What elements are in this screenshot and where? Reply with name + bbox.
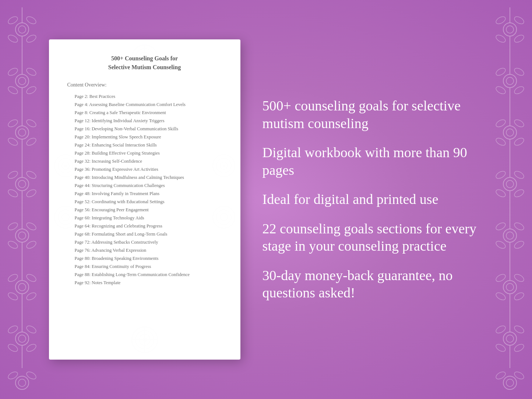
- feature-text-2: Ideal for digital and printed use: [263, 191, 483, 208]
- svg-point-90: [513, 188, 525, 198]
- toc-item: Page 40: Introducing Mindfulness and Cal…: [67, 173, 222, 181]
- watermark-bottom: [108, 325, 182, 356]
- svg-point-141: [220, 213, 228, 221]
- svg-point-96: [513, 221, 525, 232]
- toc-item: Page 76: Advancing Verbal Expression: [67, 246, 222, 254]
- svg-point-116: [503, 376, 517, 389]
- toc-item: Page 48: Involving Family in Treatment P…: [67, 190, 222, 198]
- svg-point-66: [513, 33, 525, 44]
- svg-point-14: [7, 85, 19, 95]
- svg-point-17: [18, 129, 26, 136]
- toc-item: Page 32: Increasing Self-Confidence: [67, 157, 222, 165]
- svg-point-98: [513, 240, 525, 250]
- toc-item: Page 2: Best Practices: [67, 92, 222, 100]
- svg-point-74: [513, 85, 525, 95]
- svg-point-33: [18, 232, 26, 239]
- svg-point-61: [506, 26, 514, 33]
- toc-item: Page 64: Recognizing and Celebrating Pro…: [67, 222, 222, 230]
- svg-point-132: [54, 206, 77, 228]
- svg-point-30: [7, 188, 19, 198]
- svg-point-80: [513, 118, 525, 128]
- svg-point-46: [7, 291, 19, 301]
- watermark-top: [108, 43, 182, 74]
- watermark-left: [51, 144, 80, 255]
- table-of-contents: Page 2: Best PracticesPage 4: Assessing …: [67, 92, 222, 287]
- right-panel: 500+ counseling goals for selective muti…: [263, 97, 483, 302]
- svg-point-131: [64, 165, 67, 167]
- svg-point-106: [513, 291, 525, 301]
- svg-point-69: [506, 77, 514, 85]
- svg-point-12: [7, 67, 19, 77]
- svg-point-140: [216, 210, 231, 225]
- svg-point-64: [513, 15, 525, 25]
- toc-item: Page 20: Implementing Slow Speech Exposu…: [67, 133, 222, 141]
- feature-text-3: 22 counseling goals sections for every s…: [263, 220, 483, 255]
- svg-point-101: [506, 283, 514, 291]
- toc-item: Page 60: Integrating Technology Aids: [67, 214, 222, 222]
- toc-item: Page 52: Coordinating with Educational S…: [67, 198, 222, 206]
- toc-item: Page 88: Establishing Long-Term Communic…: [67, 271, 222, 279]
- content-overview-label: Content Overview:: [67, 82, 222, 88]
- svg-point-65: [495, 15, 507, 25]
- svg-point-28: [7, 170, 19, 180]
- toc-item: Page 4: Assessing Baseline Communication…: [67, 100, 222, 109]
- svg-point-133: [58, 210, 73, 225]
- svg-point-44: [7, 273, 19, 283]
- watermark-right: [209, 144, 239, 255]
- toc-item: Page 56: Encouraging Peer Engagement: [67, 206, 222, 214]
- svg-point-138: [223, 165, 225, 167]
- svg-point-9: [18, 77, 26, 85]
- feature-text-4: 30-day money-back guarantee, no question…: [263, 267, 483, 302]
- svg-point-36: [7, 221, 19, 232]
- svg-point-134: [62, 213, 69, 221]
- svg-point-38: [7, 240, 19, 250]
- toc-item: Page 84: Ensuring Continuity of Progress: [67, 262, 222, 271]
- svg-point-49: [18, 335, 26, 342]
- svg-point-88: [513, 170, 525, 180]
- toc-item: Page 12: Identifying Individual Anxiety …: [67, 117, 222, 125]
- toc-item: Page 16: Developing Non-Verbal Communica…: [67, 125, 222, 133]
- svg-point-4: [7, 15, 19, 25]
- svg-point-6: [7, 33, 19, 44]
- svg-point-85: [506, 180, 514, 188]
- toc-item: Page 36: Promoting Expressive Art Activi…: [67, 165, 222, 173]
- svg-point-25: [18, 180, 26, 188]
- svg-point-52: [7, 324, 19, 335]
- feature-text-0: 500+ counseling goals for selective muti…: [263, 97, 483, 132]
- toc-item: Page 8: Creating a Safe Therapeutic Envi…: [67, 109, 222, 117]
- svg-point-82: [513, 137, 525, 147]
- svg-point-93: [506, 232, 514, 239]
- toc-item: Page 68: Formulating Short and Long-Term…: [67, 230, 222, 238]
- toc-item: Page 24: Enhancing Social Interaction Sk…: [67, 141, 222, 149]
- svg-point-112: [513, 324, 525, 335]
- svg-point-114: [513, 343, 525, 353]
- main-content: 500+ Counseling Goals for Selective Muti…: [27, 25, 505, 374]
- svg-point-20: [7, 118, 19, 128]
- svg-point-77: [506, 129, 514, 136]
- svg-point-56: [15, 376, 29, 389]
- svg-point-139: [213, 206, 235, 228]
- toc-item: Page 28: Building Effective Coping Strat…: [67, 149, 222, 157]
- svg-point-1: [18, 26, 26, 33]
- toc-item: Page 44: Structuring Communication Chall…: [67, 181, 222, 190]
- svg-point-22: [7, 137, 19, 147]
- svg-point-41: [18, 283, 26, 291]
- document-preview: 500+ Counseling Goals for Selective Muti…: [49, 39, 240, 360]
- svg-point-54: [7, 343, 19, 353]
- toc-item: Page 80: Broadening Speaking Environment…: [67, 254, 222, 262]
- svg-point-117: [506, 379, 514, 386]
- svg-point-109: [506, 335, 514, 342]
- svg-point-72: [513, 67, 525, 77]
- toc-item: Page 72: Addressing Setbacks Constructiv…: [67, 238, 222, 246]
- svg-point-5: [25, 15, 37, 25]
- svg-point-104: [513, 273, 525, 283]
- feature-text-1: Digital workbook with more than 90 pages: [263, 144, 483, 179]
- toc-item: Page 92: Notes Template: [67, 279, 222, 287]
- svg-point-57: [18, 379, 26, 386]
